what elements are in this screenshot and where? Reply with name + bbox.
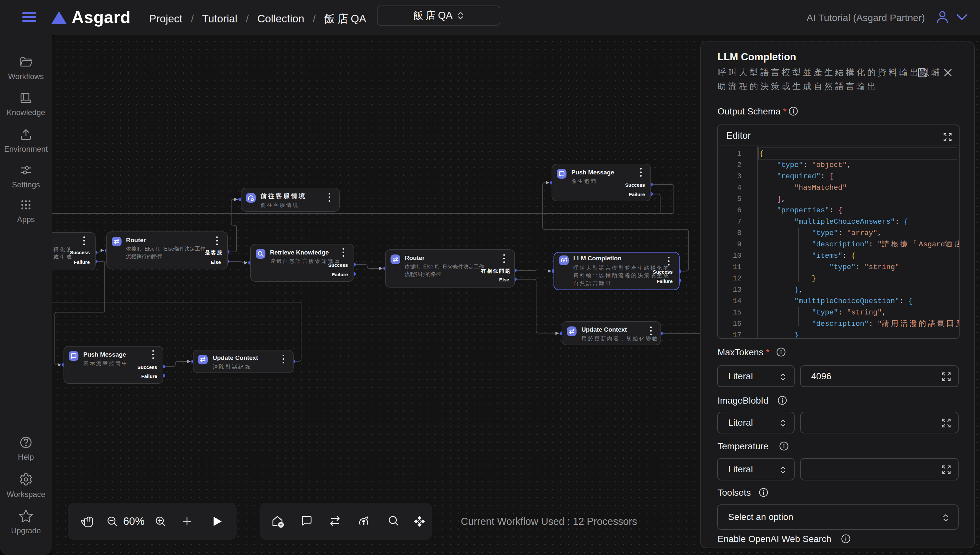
svg-text:60%: 60%: [123, 515, 144, 527]
